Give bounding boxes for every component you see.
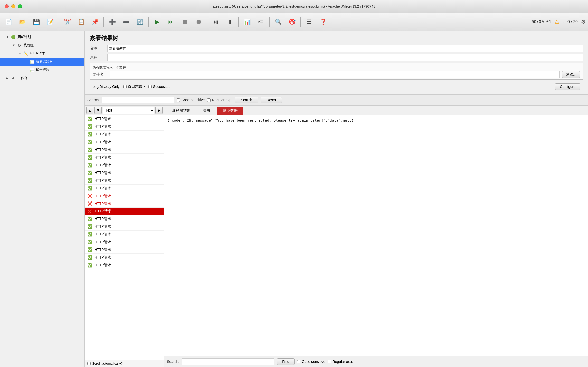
list-item[interactable]: ✅ HTTP请求 xyxy=(85,231,164,238)
reset-button[interactable]: Reset xyxy=(261,97,282,103)
help-btn[interactable]: ❓ xyxy=(317,15,329,28)
report-button[interactable]: 📊 xyxy=(241,15,253,28)
split-panel: ▲ ▼ Text HTML JSON XML RegExp Tester ▶ ✅ xyxy=(85,106,588,367)
list-item[interactable]: ✅ HTTP请求 xyxy=(85,215,164,223)
list-expand[interactable]: ▶ xyxy=(155,107,163,114)
list-item-error-selected[interactable]: ❌ HTTP请求 xyxy=(85,208,164,215)
list-item[interactable]: ✅ HTTP请求 xyxy=(85,246,164,254)
toolbar-separator-2 xyxy=(103,17,104,27)
shutdown-button[interactable]: ⏺ xyxy=(192,15,205,28)
case-sensitive-checkbox[interactable] xyxy=(177,98,180,102)
list-item[interactable]: ✅ HTTP请求 xyxy=(85,177,164,185)
file-row: 文件名 浏览... xyxy=(93,71,580,78)
remove-button[interactable]: ➖ xyxy=(120,15,132,28)
close-button[interactable] xyxy=(5,4,9,8)
list-item[interactable]: ✅ HTTP请求 xyxy=(85,123,164,131)
run-button[interactable]: ▶ xyxy=(151,15,164,28)
search-button[interactable]: Search xyxy=(235,97,258,103)
file-input[interactable] xyxy=(110,71,560,78)
sidebar-item-test-plan[interactable]: ▼ 🟢 测试计划 xyxy=(0,33,84,41)
list-item-error[interactable]: ❌ HTTP请求 xyxy=(85,200,164,208)
list-item[interactable]: ✅ HTTP请求 xyxy=(85,115,164,123)
new-button[interactable]: 📄 xyxy=(2,15,15,28)
case-sensitive-label[interactable]: Case sensitive xyxy=(177,98,205,102)
list-item[interactable]: ✅ HTTP请求 xyxy=(85,238,164,246)
list-btn[interactable]: ☰ xyxy=(303,15,316,28)
sidebar-item-thread-group[interactable]: ▼ ⚙ 线程组 xyxy=(0,41,84,49)
regular-exp-checkbox[interactable] xyxy=(207,98,211,102)
remote-stop-button[interactable]: ⏸ xyxy=(223,15,236,28)
list-item[interactable]: ✅ HTTP请求 xyxy=(85,146,164,154)
copy-button[interactable]: 📋 xyxy=(75,15,88,28)
item-label: HTTP请求 xyxy=(94,217,111,221)
comment-label: 注释： xyxy=(90,55,105,60)
list-item[interactable]: ✅ HTTP请求 xyxy=(85,131,164,138)
function-btn[interactable]: 🎯 xyxy=(286,15,298,28)
comment-input[interactable] xyxy=(107,54,583,61)
add-button[interactable]: ➕ xyxy=(106,15,119,28)
bottom-case-sensitive-label[interactable]: Case sensitive xyxy=(297,360,325,364)
status-ok-icon: ✅ xyxy=(87,178,92,183)
list-nav-down[interactable]: ▼ xyxy=(94,107,102,114)
list-item[interactable]: ✅ HTTP请求 xyxy=(85,223,164,231)
maximize-button[interactable] xyxy=(18,4,22,8)
sidebar-item-http-request[interactable]: ▼ ✏️ HTTP请求 xyxy=(0,49,84,58)
list-item[interactable]: ✅ HTTP请求 xyxy=(85,169,164,177)
cut-button[interactable]: ✂️ xyxy=(61,15,74,28)
successes-checkbox-label[interactable]: Successes xyxy=(148,85,170,89)
minimize-button[interactable] xyxy=(11,4,15,8)
panel-title: 察看结果树 xyxy=(90,34,583,42)
scroll-auto-checkbox[interactable] xyxy=(87,362,91,365)
sidebar-item-result-tree[interactable]: 📊 察看结果树 xyxy=(0,58,84,66)
list-item-error[interactable]: ❌ HTTP请求 xyxy=(85,192,164,200)
tab-sampler-result[interactable]: 取样器结果 xyxy=(166,107,196,115)
list-header: ▲ ▼ Text HTML JSON XML RegExp Tester ▶ xyxy=(85,106,164,115)
status-ok-icon: ✅ xyxy=(87,247,92,252)
remote-run-button[interactable]: ⏯ xyxy=(210,15,222,28)
name-input[interactable] xyxy=(107,45,583,52)
bottom-case-sensitive-checkbox[interactable] xyxy=(297,360,300,363)
paste-button[interactable]: 📌 xyxy=(89,15,101,28)
regular-exp-label[interactable]: Regular exp. xyxy=(207,98,232,102)
tab-request[interactable]: 请求 xyxy=(197,107,216,115)
search-btn[interactable]: 🔍 xyxy=(272,15,284,28)
sidebar-item-aggregate-report[interactable]: 📊 聚合报告 xyxy=(0,66,84,74)
tab-response-data[interactable]: 响应数据 xyxy=(217,107,243,115)
item-label: HTTP请求 xyxy=(94,132,111,137)
list-type-selector[interactable]: Text HTML JSON XML RegExp Tester xyxy=(103,107,154,114)
clear-button[interactable]: 🔃 xyxy=(134,15,146,28)
settings-icon[interactable]: ⚙ xyxy=(581,19,586,25)
list-item[interactable]: ✅ HTTP请求 xyxy=(85,138,164,146)
bottom-search-input[interactable] xyxy=(182,358,274,365)
status-ok-icon: ✅ xyxy=(87,216,92,221)
browse-button[interactable]: 浏览... xyxy=(562,71,580,78)
list-item[interactable]: ✅ HTTP请求 xyxy=(85,254,164,261)
save-as-button[interactable]: 📝 xyxy=(44,15,56,28)
run-threads-button[interactable]: ⏭ xyxy=(165,15,177,28)
list-item[interactable]: ✅ HTTP请求 xyxy=(85,161,164,169)
list-items: ✅ HTTP请求 ✅ HTTP请求 ✅ HTTP请求 ✅ HTTP请求 xyxy=(85,115,164,360)
bottom-regular-exp-checkbox[interactable] xyxy=(328,360,331,363)
list-item[interactable]: ✅ HTTP请求 xyxy=(85,154,164,161)
window-controls[interactable] xyxy=(5,4,22,8)
log-only-checkbox-label[interactable]: 仅日志错误 xyxy=(123,84,146,89)
toolbar-separator-5 xyxy=(238,17,239,27)
successes-label: Successes xyxy=(153,85,170,89)
open-button[interactable]: 📂 xyxy=(16,15,29,28)
search-top-input[interactable] xyxy=(102,97,174,103)
bottom-regular-exp-label[interactable]: Regular exp. xyxy=(328,360,353,364)
sidebar-item-workbench[interactable]: ▶ 🖥 工作台 xyxy=(0,74,84,82)
successes-checkbox[interactable] xyxy=(148,85,152,88)
configure-button[interactable]: Configure xyxy=(555,83,580,90)
list-item[interactable]: ✅ HTTP请求 xyxy=(85,185,164,192)
list-item[interactable]: ✅ HTTP请求 xyxy=(85,261,164,269)
stop-button[interactable]: ⏹ xyxy=(178,15,191,28)
result-content: {"code":429,"message":"You have been res… xyxy=(164,115,588,356)
find-button[interactable]: Find xyxy=(277,358,295,365)
item-label: HTTP请求 xyxy=(94,186,111,191)
log-only-checkbox[interactable] xyxy=(123,85,127,88)
thread-group-icon: ⚙ xyxy=(16,42,22,48)
log-button[interactable]: 🏷 xyxy=(254,15,267,28)
save-button[interactable]: 💾 xyxy=(30,15,43,28)
list-nav-up[interactable]: ▲ xyxy=(86,107,93,114)
